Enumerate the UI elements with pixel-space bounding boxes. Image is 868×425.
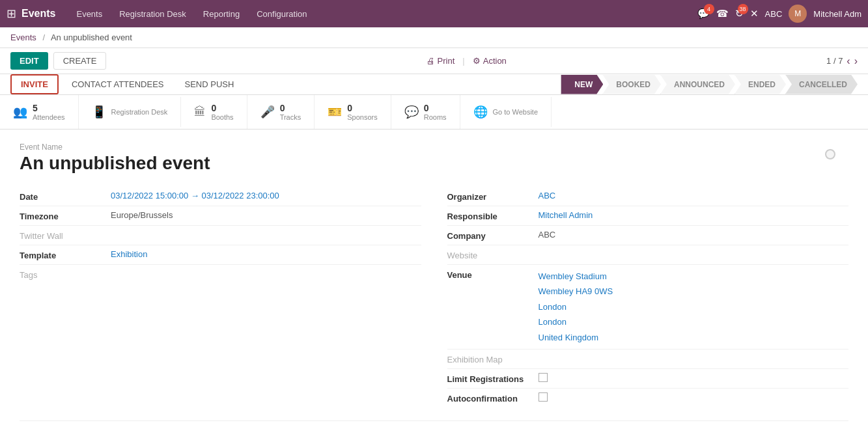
action-menu[interactable]: ⚙ Action — [473, 56, 507, 66]
breadcrumb-current: An unpublished event — [51, 33, 132, 42]
website-icon: 🌐 — [473, 105, 488, 119]
venue-stadium[interactable]: Wembley Stadium — [539, 269, 613, 284]
rooms-icon: 💬 — [404, 105, 419, 119]
timezone-val: Europe/Brussels — [111, 210, 173, 220]
limit-reg-checkbox[interactable] — [539, 373, 548, 382]
tracks-icon: 🎤 — [260, 105, 275, 119]
gear-icon: ⚙ — [473, 56, 481, 66]
responsible-val[interactable]: Mitchell Admin — [539, 210, 593, 220]
template-val[interactable]: Exhibition — [111, 249, 147, 259]
unpublished-indicator[interactable] — [825, 149, 835, 159]
website-label: Go to Website — [493, 108, 539, 116]
autoconfirmation-checkbox[interactable] — [539, 392, 548, 402]
breadcrumb-separator: / — [42, 33, 45, 42]
sponsors-label: Sponsors — [347, 113, 377, 121]
venue-city1: London — [539, 299, 613, 314]
form-row-responsible: Responsible Mitchell Admin — [447, 206, 849, 226]
page-nav: 1 / 7 ‹ › — [826, 55, 858, 67]
page-count: 1 / 7 — [826, 56, 843, 66]
nav-reporting[interactable]: Reporting — [195, 5, 247, 23]
organizer-val[interactable]: ABC — [539, 191, 556, 200]
phone-icon[interactable]: ☎ — [716, 8, 729, 20]
website-key: Website — [447, 249, 539, 260]
form-row-template: Template Exhibition — [20, 245, 421, 265]
user-name: Mitchell Adm — [813, 9, 861, 19]
venue-country: United Kingdom — [539, 330, 613, 345]
attendees-count: 5 — [33, 103, 65, 113]
refresh-icon[interactable]: ↻ 38 — [735, 8, 744, 20]
tracks-label: Tracks — [280, 113, 301, 121]
twitter-key: Twitter Wall — [20, 230, 111, 241]
print-label[interactable]: Print — [438, 56, 455, 66]
responsible-key: Responsible — [447, 210, 539, 221]
chat-icon[interactable]: 💬 4 — [697, 8, 710, 20]
create-button[interactable]: CREATE — [53, 52, 107, 70]
prev-page-button[interactable]: ‹ — [847, 55, 850, 67]
stat-tabs: 👥 5 Attendees 📱 Registration Desk 🏛 0 Bo… — [0, 95, 868, 130]
form-left: Date 03/12/2022 15:00:00 → 03/12/2022 23… — [20, 187, 421, 407]
form-row-company: Company ABC — [447, 226, 849, 245]
chat-badge: 4 — [704, 4, 714, 14]
venue-city2: London — [539, 314, 613, 329]
breadcrumb-root[interactable]: Events — [10, 33, 36, 42]
refresh-badge: 38 — [738, 4, 748, 14]
form-row-timezone: Timezone Europe/Brussels — [20, 206, 421, 226]
stat-tab-sponsors[interactable]: 🎫 0 Sponsors — [315, 95, 391, 129]
stat-tab-booths[interactable]: 🏛 0 Booths — [181, 95, 247, 129]
contact-attendees-button[interactable]: CONTACT ATTENDEES — [61, 74, 175, 94]
pipeline-new[interactable]: NEW — [561, 75, 603, 94]
stat-tab-website[interactable]: 🌐 Go to Website — [460, 97, 552, 127]
form-right: Organizer ABC Responsible Mitchell Admin… — [447, 187, 849, 407]
invite-button[interactable]: INVITE — [10, 74, 59, 94]
rooms-count: 0 — [424, 103, 447, 113]
nav-right: 💬 4 ☎ ↻ 38 ✕ ABC M Mitchell Adm — [697, 5, 861, 23]
event-name-label: Event Name — [20, 143, 848, 152]
pipeline-booked[interactable]: BOOKED — [602, 75, 661, 94]
stat-tab-registration-desk[interactable]: 📱 Registration Desk — [79, 97, 182, 127]
form-row-autoconfirmation: Autoconfirmation — [447, 389, 849, 407]
send-push-button[interactable]: SEND PUSH — [174, 74, 244, 94]
nav-configuration[interactable]: Configuration — [249, 5, 315, 23]
nav-registration-desk[interactable]: Registration Desk — [111, 5, 194, 23]
edit-button[interactable]: EDIT — [10, 52, 48, 70]
top-navigation: ⊞ Events Events Registration Desk Report… — [0, 0, 868, 27]
action-label[interactable]: Action — [483, 56, 507, 66]
sponsors-count: 0 — [347, 103, 377, 113]
form-row-date: Date 03/12/2022 15:00:00 → 03/12/2022 23… — [20, 187, 421, 206]
pipeline-cancelled[interactable]: CANCELLED — [785, 75, 858, 94]
pipeline: NEW BOOKED ANNOUNCED ENDED CANCELLED — [561, 75, 858, 94]
sponsors-icon: 🎫 — [328, 105, 342, 119]
form-row-website: Website — [447, 245, 849, 265]
next-page-button[interactable]: › — [854, 55, 858, 67]
abc-label: ABC — [765, 9, 783, 19]
timezone-key: Timezone — [20, 210, 111, 221]
company-key: Company — [447, 230, 539, 241]
main-content: Event Name An unpublished event Date 03/… — [0, 130, 868, 425]
form-row-organizer: Organizer ABC — [447, 187, 849, 206]
print-action[interactable]: 🖨 Print — [427, 56, 455, 66]
form-row-twitter: Twitter Wall — [20, 226, 421, 245]
booths-icon: 🏛 — [194, 105, 206, 119]
avatar[interactable]: M — [789, 5, 807, 23]
stat-tab-attendees[interactable]: 👥 5 Attendees — [0, 95, 79, 129]
form-row-limit-registrations: Limit Registrations — [447, 369, 849, 389]
pipeline-announced[interactable]: ANNOUNCED — [660, 75, 735, 94]
grid-icon[interactable]: ⊞ — [7, 7, 16, 21]
booths-count: 0 — [211, 103, 233, 113]
stat-tab-tracks[interactable]: 🎤 0 Tracks — [247, 95, 315, 129]
event-title: An unpublished event — [20, 153, 848, 174]
attendees-icon: 👥 — [13, 105, 27, 119]
company-val: ABC — [539, 230, 556, 240]
venue-key: Venue — [447, 269, 539, 280]
date-val[interactable]: 03/12/2022 15:00:00 → 03/12/2022 23:00:0… — [111, 191, 279, 200]
stat-tab-rooms[interactable]: 💬 0 Rooms — [391, 95, 460, 129]
form-grid: Date 03/12/2022 15:00:00 → 03/12/2022 23… — [20, 187, 848, 407]
printer-icon: 🖨 — [427, 56, 435, 66]
venue-val: Wembley Stadium Wembley HA9 0WS London L… — [539, 269, 613, 345]
limit-reg-key: Limit Registrations — [447, 373, 539, 384]
pipeline-ended[interactable]: ENDED — [735, 75, 786, 94]
date-key: Date — [20, 191, 111, 202]
venue-address1: Wembley HA9 0WS — [539, 284, 613, 299]
close-icon[interactable]: ✕ — [750, 8, 759, 20]
nav-events[interactable]: Events — [68, 5, 110, 23]
